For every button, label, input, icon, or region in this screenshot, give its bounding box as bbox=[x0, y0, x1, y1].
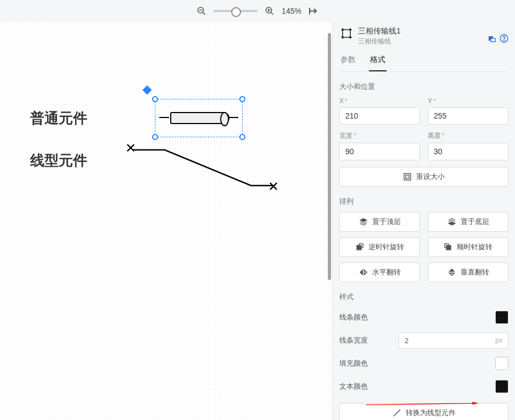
x-label: X* bbox=[339, 97, 420, 105]
svg-point-13 bbox=[350, 37, 351, 38]
component-title: 三相传输线1 bbox=[358, 26, 483, 36]
resize-handle-tl[interactable] bbox=[152, 96, 158, 102]
fill-color-label: 填充颜色 bbox=[339, 359, 495, 368]
svg-marker-21 bbox=[449, 222, 455, 225]
help-icon[interactable] bbox=[500, 34, 508, 43]
stroke-color-swatch[interactable] bbox=[495, 311, 508, 324]
bring-front-icon bbox=[359, 217, 368, 226]
resize-handle-bl[interactable] bbox=[152, 134, 158, 140]
send-back-button[interactable]: 置于底层 bbox=[428, 212, 508, 232]
rotate-ccw-button[interactable]: 逆时针旋转 bbox=[339, 237, 420, 257]
svg-rect-19 bbox=[406, 175, 409, 178]
rotate-ccw-icon bbox=[355, 243, 364, 251]
section-style: 样式 bbox=[339, 292, 508, 302]
zoom-percent[interactable]: 145% bbox=[282, 7, 301, 15]
svg-rect-18 bbox=[404, 173, 411, 180]
canvas-label-normal: 普通元件 bbox=[30, 109, 87, 128]
component-subtitle: 三相传输线 bbox=[358, 37, 483, 46]
x-input[interactable] bbox=[339, 107, 420, 125]
line-component[interactable] bbox=[127, 144, 281, 191]
svg-marker-29 bbox=[450, 269, 454, 271]
zoom-out-icon[interactable] bbox=[195, 4, 208, 18]
svg-rect-9 bbox=[343, 30, 350, 37]
annotation-arrow bbox=[338, 402, 507, 406]
width-label: 宽度* bbox=[339, 131, 420, 141]
canvas[interactable]: 普通元件 线型元件 ✕ ✕ bbox=[0, 22, 332, 420]
svg-rect-15 bbox=[491, 38, 495, 42]
line-icon bbox=[393, 408, 401, 417]
svg-marker-20 bbox=[360, 219, 367, 222]
rotate-handle[interactable] bbox=[143, 86, 152, 95]
line-endpoint-x-icon[interactable]: ✕ bbox=[268, 180, 279, 193]
svg-marker-34 bbox=[472, 402, 479, 405]
terminal-right[interactable] bbox=[228, 117, 238, 118]
canvas-label-line: 线型元件 bbox=[30, 151, 87, 170]
flip-h-button[interactable]: 水平翻转 bbox=[339, 262, 420, 282]
flip-v-icon bbox=[447, 268, 456, 277]
text-color-label: 文本颜色 bbox=[339, 382, 495, 391]
svg-line-33 bbox=[366, 404, 473, 405]
link-icon[interactable] bbox=[488, 34, 496, 43]
component-type-icon bbox=[339, 26, 354, 41]
width-input[interactable] bbox=[339, 143, 420, 160]
properties-panel: 三相传输线1 三相传输线 参数 格式 大小和位置 X* Y bbox=[332, 22, 515, 420]
section-size-position: 大小和位置 bbox=[339, 82, 508, 92]
svg-marker-26 bbox=[360, 270, 362, 275]
y-label: Y* bbox=[428, 97, 508, 105]
svg-point-12 bbox=[342, 37, 344, 38]
height-label: 高度* bbox=[428, 131, 508, 141]
selected-component[interactable] bbox=[155, 99, 243, 137]
zoom-toolbar: 145% bbox=[0, 0, 515, 22]
fit-width-icon[interactable] bbox=[307, 4, 320, 18]
rotate-cw-button[interactable]: 顺时针旋转 bbox=[428, 237, 508, 257]
tab-params[interactable]: 参数 bbox=[339, 51, 357, 71]
reset-size-button[interactable]: 重设大小 bbox=[339, 167, 508, 187]
stroke-width-input[interactable]: 2 px bbox=[399, 332, 508, 349]
bring-front-button[interactable]: 置于顶层 bbox=[339, 212, 420, 232]
zoom-slider[interactable] bbox=[214, 10, 258, 12]
send-back-icon bbox=[447, 217, 456, 226]
flip-v-button[interactable]: 垂直翻转 bbox=[428, 262, 508, 282]
property-tabs: 参数 格式 bbox=[339, 51, 508, 72]
svg-point-11 bbox=[350, 29, 351, 31]
fill-color-swatch[interactable] bbox=[495, 357, 508, 370]
terminal-left[interactable] bbox=[159, 117, 169, 118]
resize-handle-tr[interactable] bbox=[239, 96, 245, 102]
y-input[interactable] bbox=[428, 107, 508, 125]
rotate-cw-icon bbox=[444, 243, 452, 251]
svg-marker-27 bbox=[365, 270, 367, 275]
canvas-scrollbar[interactable] bbox=[328, 33, 331, 280]
svg-line-32 bbox=[394, 410, 400, 416]
line-endpoint-x-icon[interactable]: ✕ bbox=[125, 142, 136, 155]
transmission-line-body bbox=[170, 112, 229, 124]
zoom-in-icon[interactable] bbox=[263, 4, 276, 18]
stroke-color-label: 线条颜色 bbox=[339, 312, 495, 322]
reset-icon bbox=[403, 172, 412, 181]
svg-point-10 bbox=[342, 29, 344, 31]
stroke-width-label: 线条宽度 bbox=[339, 335, 399, 345]
svg-line-1 bbox=[203, 12, 205, 15]
section-arrange: 排列 bbox=[339, 197, 508, 206]
resize-handle-br[interactable] bbox=[239, 134, 245, 140]
svg-marker-30 bbox=[450, 273, 454, 276]
svg-line-4 bbox=[271, 12, 273, 15]
height-input[interactable] bbox=[428, 143, 508, 160]
text-color-swatch[interactable] bbox=[495, 380, 508, 393]
tab-format[interactable]: 格式 bbox=[369, 51, 387, 71]
flip-h-icon bbox=[359, 268, 368, 277]
svg-point-17 bbox=[503, 40, 504, 41]
